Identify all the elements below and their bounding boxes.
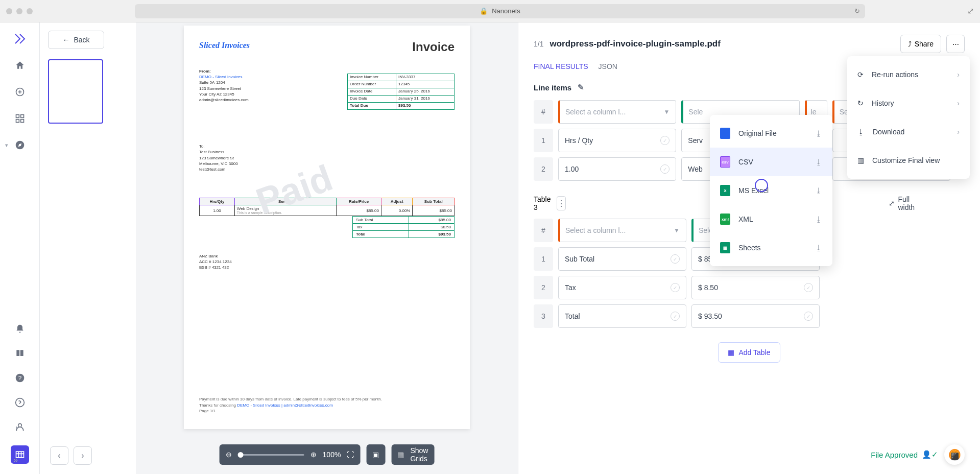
table-options-button[interactable]: ⋮ [557,196,566,210]
filename: wordpress-pdf-invoice-plugin-sample.pdf [549,39,720,49]
zoom-in-icon[interactable]: ⊕ [310,451,317,459]
hash-cell: # [534,219,553,242]
page-thumbnail[interactable] [48,59,103,124]
edit-icon[interactable]: ✎ [578,83,584,92]
show-grids-label: Show Grids [410,446,428,463]
download-icon: ⭳ [815,186,822,195]
approval-badge[interactable]: File Approved 👤✓ [871,450,938,459]
help-widget[interactable]: 🍘 [944,444,965,465]
download-csv[interactable]: csv CSV ⭳ [710,148,832,176]
add-table-label: Add Table [738,348,770,357]
row-num: 1 [534,129,553,152]
chevron-right-icon: › [957,70,960,79]
url-bar[interactable]: 🔒 Nanonets ↻ [135,4,865,18]
refresh-icon: ⟳ [857,70,864,79]
document-viewer: Sliced Invoices Invoice From: DEMO - Sli… [136,22,518,474]
apps-icon[interactable] [14,112,26,125]
expand-caret-icon[interactable]: ▾ [5,142,8,149]
lock-icon: 🔒 [480,7,488,15]
svg-rect-4 [20,120,23,123]
table-3-title: Table 3 [534,195,551,211]
fullscreen-icon[interactable]: ⛶ [347,451,354,459]
zoom-out-icon[interactable]: ⊖ [226,451,232,459]
cell-value[interactable]: $ 8.50✓ [691,276,820,299]
reload-icon[interactable]: ↻ [854,7,860,15]
close-light[interactable] [6,8,12,14]
cell-qty[interactable]: 1.00✓ [558,157,676,181]
full-width-button[interactable]: ⤢ Full width [889,195,915,211]
download-xml[interactable]: xml XML ⭳ [710,205,832,233]
menu-rerun[interactable]: ⟳ Re-run actions › [847,60,970,89]
menu-download[interactable]: ⭳ Download › [847,117,970,146]
download-icon: ⭳ [857,128,865,136]
crop-button[interactable]: ▣ [366,444,385,465]
tab-final-results[interactable]: FINAL RESULTS [534,62,588,70]
thumbnail-panel: ← Back [40,22,136,474]
row-num: 1 [534,247,553,271]
collapse-sidebar-icon[interactable]: » [13,456,18,465]
minimize-light[interactable] [16,8,22,14]
table-icon: ▦ [728,348,734,357]
cell-label[interactable]: Tax✓ [558,276,686,299]
tab-json[interactable]: JSON [599,62,617,70]
download-icon: ⭳ [815,215,822,223]
share-button[interactable]: ⤴ Share [900,35,941,53]
xml-icon: xml [720,214,730,225]
approval-bar: File Approved 👤✓ 🍘 [871,444,965,465]
cell-label[interactable]: Total✓ [558,304,686,328]
chevron-right-icon: › [957,128,960,136]
document-page[interactable]: Sliced Invoices Invoice From: DEMO - Sli… [184,26,470,429]
svg-rect-1 [16,115,19,118]
share-icon: ⤴ [908,40,912,48]
cell-hrs-qty[interactable]: Hrs / Qty✓ [558,129,676,152]
svg-text:?: ? [18,374,21,381]
bell-icon[interactable] [14,323,26,335]
show-grids-button[interactable]: ▦ Show Grids [391,444,434,465]
add-icon[interactable] [14,86,26,98]
column-select[interactable]: Select a column l...▼ [558,100,676,124]
home-icon[interactable] [14,59,26,72]
menu-history[interactable]: ↻ History › [847,89,970,117]
download-excel[interactable]: X MS Excel ⭳ [710,176,832,205]
user-caret-icon[interactable]: ▸ [16,424,19,431]
excel-icon: X [720,185,730,196]
menu-customize[interactable]: ▥ Customize Final view [847,146,970,175]
cell-value[interactable]: $ 93.50✓ [691,304,820,328]
results-header: 1/1 wordpress-pdf-invoice-plugin-sample.… [534,35,965,53]
download-dropdown: Original File ⭳ csv CSV ⭳ X MS Excel ⭳ x… [710,115,832,266]
help-icon[interactable]: ? [14,372,26,384]
next-page-button[interactable]: › [74,446,92,465]
crop-icon: ▣ [372,451,379,459]
history-icon: ↻ [857,99,864,107]
back-button[interactable]: ← Back [48,31,104,49]
row-num: 3 [534,304,553,328]
logo-icon[interactable] [14,33,26,45]
invoice-totals: Sub Total$85.00 Tax$8.50 Total$93.50 [352,216,455,238]
download-sheets[interactable]: ▦ Sheets ⭳ [710,233,832,262]
dots-icon: ⋯ [952,40,959,48]
invoice-items-table: Hrs/Qty Service Rate/Price Adjust Sub To… [199,198,455,216]
more-button[interactable]: ⋯ [946,35,965,53]
add-table-button[interactable]: ▦ Add Table [718,342,780,363]
svg-rect-3 [16,120,19,123]
zoom-level: 100% [323,451,341,459]
sidebar-bottom: ? ▸ [11,323,29,464]
expand-icon[interactable]: ⤢ [967,6,974,16]
left-sidebar: ▾ ? ▸ [0,22,40,474]
line-items-title: Line items [534,83,571,92]
help2-icon[interactable] [14,396,26,409]
download-original[interactable]: Original File ⭳ [710,119,832,148]
compass-icon[interactable] [14,139,26,151]
book-icon[interactable] [14,347,26,360]
prev-page-button[interactable]: ‹ [50,446,68,465]
file-icon [720,128,730,139]
browser-chrome: 🔒 Nanonets ↻ ⤢ [0,0,980,22]
user-check-icon: 👤✓ [922,450,938,459]
zoom-slider[interactable] [238,454,304,456]
sheets-icon: ▦ [720,242,730,253]
column-select[interactable]: Select a column l...▼ [558,219,686,242]
zoom-light[interactable] [27,8,33,14]
download-icon: ⭳ [815,158,822,166]
cell-label[interactable]: Sub Total✓ [558,247,686,271]
expand-icon: ⤢ [889,199,895,207]
